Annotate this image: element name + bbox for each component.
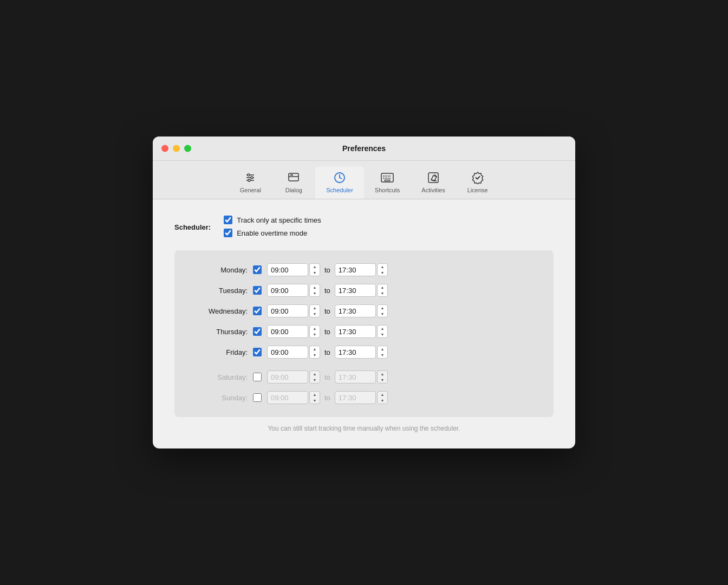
start-spinner-down-wednesday[interactable]: ▼ — [310, 311, 320, 317]
end-time-wednesday[interactable] — [335, 304, 376, 317]
day-checkbox-monday[interactable] — [253, 265, 262, 274]
start-time-wednesday[interactable] — [267, 304, 308, 317]
start-spinner-thursday[interactable]: ▲ ▼ — [309, 325, 320, 338]
day-label-saturday: Saturday: — [191, 373, 248, 381]
end-spinner-down-thursday[interactable]: ▼ — [378, 332, 387, 337]
keyboard-icon — [380, 171, 394, 185]
start-spinner-wednesday[interactable]: ▲ ▼ — [309, 304, 320, 317]
edit-icon — [426, 171, 440, 185]
end-spinner-down-monday[interactable]: ▼ — [378, 270, 387, 276]
start-spinner-down-friday[interactable]: ▼ — [310, 352, 320, 358]
tab-license[interactable]: License — [456, 166, 499, 199]
end-spinner-monday[interactable]: ▲ ▼ — [377, 263, 388, 276]
schedule-box: Monday: ▲ ▼ to ▲ ▼ Tuesday: ▲ ▼ to — [174, 250, 554, 417]
tab-shortcuts-label: Shortcuts — [375, 187, 400, 193]
end-time-friday[interactable] — [335, 346, 376, 359]
svg-rect-21 — [385, 180, 390, 181]
svg-line-24 — [431, 180, 437, 181]
svg-rect-22 — [428, 173, 438, 183]
day-row-friday: Friday: ▲ ▼ to ▲ ▼ — [191, 346, 537, 359]
day-checkbox-sunday[interactable] — [253, 393, 262, 402]
day-checkbox-wednesday[interactable] — [253, 307, 262, 315]
start-time-saturday — [267, 370, 308, 384]
day-row-sunday: Sunday: ▲ ▼ to ▲ ▼ — [191, 391, 537, 404]
toolbar: General Dialog Scheduler — [153, 161, 575, 199]
end-spinner-up-sunday: ▲ — [378, 392, 387, 398]
start-spinner-up-thursday[interactable]: ▲ — [310, 326, 320, 332]
end-spinner-friday[interactable]: ▲ ▼ — [377, 346, 388, 359]
to-label-saturday: to — [324, 373, 330, 381]
maximize-button[interactable] — [184, 145, 191, 152]
start-time-friday[interactable] — [267, 346, 308, 359]
end-spinner-up-thursday[interactable]: ▲ — [378, 326, 387, 332]
start-spinner-friday[interactable]: ▲ ▼ — [309, 346, 320, 359]
days-container: Monday: ▲ ▼ to ▲ ▼ Tuesday: ▲ ▼ to — [191, 263, 537, 404]
end-spinner-up-tuesday[interactable]: ▲ — [378, 284, 387, 290]
start-spinner-up-tuesday[interactable]: ▲ — [310, 284, 320, 290]
end-time-thursday[interactable] — [335, 325, 376, 338]
start-spinner-saturday: ▲ ▼ — [309, 370, 320, 384]
end-time-monday[interactable] — [335, 263, 376, 276]
start-spinner-down-tuesday[interactable]: ▼ — [310, 290, 320, 296]
day-checkbox-tuesday[interactable] — [253, 286, 262, 295]
end-spinner-thursday[interactable]: ▲ ▼ — [377, 325, 388, 338]
start-spinner-up-wednesday[interactable]: ▲ — [310, 305, 320, 311]
start-spinner-down-thursday[interactable]: ▼ — [310, 332, 320, 337]
tab-scheduler[interactable]: Scheduler — [315, 166, 364, 199]
scheduler-options: Scheduler: Track only at specific times … — [174, 216, 554, 237]
tab-dialog-label: Dialog — [285, 187, 302, 193]
tab-general-label: General — [240, 187, 261, 193]
end-spinner-up-monday[interactable]: ▲ — [378, 264, 387, 270]
start-spinner-tuesday[interactable]: ▲ ▼ — [309, 284, 320, 297]
day-checkbox-saturday[interactable] — [253, 373, 262, 381]
start-spinner-up-friday[interactable]: ▲ — [310, 346, 320, 352]
start-spinner-monday[interactable]: ▲ ▼ — [309, 263, 320, 276]
overtime-mode-checkbox[interactable] — [224, 229, 232, 237]
start-time-group-saturday: ▲ ▼ — [267, 370, 320, 384]
day-row-tuesday: Tuesday: ▲ ▼ to ▲ ▼ — [191, 284, 537, 297]
end-spinner-up-saturday: ▲ — [378, 371, 387, 377]
start-time-group-wednesday: ▲ ▼ — [267, 304, 320, 317]
end-spinner-down-friday[interactable]: ▼ — [378, 352, 387, 358]
end-spinner-down-wednesday[interactable]: ▼ — [378, 311, 387, 317]
end-spinner-up-friday[interactable]: ▲ — [378, 346, 387, 352]
end-spinner-wednesday[interactable]: ▲ ▼ — [377, 304, 388, 317]
tab-shortcuts[interactable]: Shortcuts — [364, 166, 411, 199]
svg-rect-8 — [290, 174, 293, 176]
start-time-monday[interactable] — [267, 263, 308, 276]
to-label-wednesday: to — [324, 307, 330, 315]
minimize-button[interactable] — [173, 145, 180, 152]
titlebar: Preferences — [153, 136, 575, 161]
svg-point-3 — [248, 174, 250, 176]
to-label-friday: to — [324, 348, 330, 356]
track-specific-times-checkbox[interactable] — [224, 216, 232, 224]
end-time-tuesday[interactable] — [335, 284, 376, 297]
clock-icon — [333, 171, 347, 185]
end-spinner-sunday: ▲ ▼ — [377, 391, 388, 404]
end-spinner-up-wednesday[interactable]: ▲ — [378, 305, 387, 311]
option1-label: Track only at specific times — [237, 216, 321, 224]
tab-activities-label: Activities — [421, 187, 445, 193]
day-checkbox-friday[interactable] — [253, 348, 262, 356]
start-time-thursday[interactable] — [267, 325, 308, 338]
end-time-sunday — [335, 391, 376, 404]
end-spinner-tuesday[interactable]: ▲ ▼ — [377, 284, 388, 297]
tab-scheduler-label: Scheduler — [326, 187, 353, 193]
start-spinner-up-monday[interactable]: ▲ — [310, 264, 320, 270]
start-spinner-down-monday[interactable]: ▼ — [310, 270, 320, 276]
end-spinner-down-tuesday[interactable]: ▼ — [378, 290, 387, 296]
svg-rect-6 — [289, 173, 298, 181]
tab-activities[interactable]: Activities — [411, 166, 456, 199]
start-spinner-sunday: ▲ ▼ — [309, 391, 320, 404]
svg-point-4 — [251, 177, 253, 179]
start-time-tuesday[interactable] — [267, 284, 308, 297]
close-button[interactable] — [161, 145, 168, 152]
start-time-group-monday: ▲ ▼ — [267, 263, 320, 276]
content-area: Scheduler: Track only at specific times … — [153, 199, 575, 448]
badge-check-icon — [471, 171, 485, 185]
dialog-icon — [287, 171, 301, 185]
day-checkbox-thursday[interactable] — [253, 327, 262, 336]
tab-dialog[interactable]: Dialog — [272, 166, 315, 199]
tab-general[interactable]: General — [229, 166, 272, 199]
end-time-group-tuesday: ▲ ▼ — [335, 284, 388, 297]
